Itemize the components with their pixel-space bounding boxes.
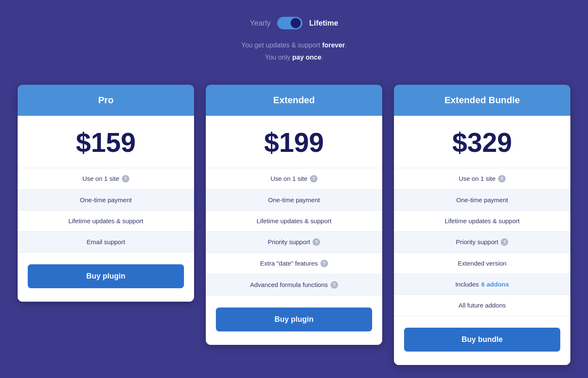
card-body-extended-bundle: $329Use on 1 site?One-time paymentLifeti… xyxy=(394,116,570,365)
feature-row-extended-5: Advanced formula functions? xyxy=(206,274,382,296)
toggle-knob xyxy=(291,18,301,28)
pricing-cards-container: Pro$159Use on 1 site?One-time paymentLif… xyxy=(17,85,571,365)
card-title-pro: Pro xyxy=(26,95,186,106)
buy-button-pro[interactable]: Buy plugin xyxy=(28,264,184,288)
feature-text-extended-1: One-time payment xyxy=(268,196,320,203)
subtitle-line1-pre: You get updates & support xyxy=(241,42,322,49)
feature-text-extended-2: Lifetime updates & support xyxy=(257,217,331,224)
buy-button-extended-bundle[interactable]: Buy bundle xyxy=(404,328,560,352)
subtitle-line1-post: . xyxy=(345,42,346,49)
price-section-extended: $199 xyxy=(206,116,382,168)
addons-highlight-extended-bundle: 6 addons xyxy=(481,281,509,288)
subtitle-line2-pre: You only xyxy=(265,54,292,61)
feature-text-pro-2: Lifetime updates & support xyxy=(68,217,143,224)
question-icon-extended-bundle-0[interactable]: ? xyxy=(498,175,506,182)
question-icon-extended-4[interactable]: ? xyxy=(320,260,328,267)
feature-row-extended-bundle-4: Extended version xyxy=(394,253,570,274)
question-icon-pro-0[interactable]: ? xyxy=(122,175,129,182)
price-amount-pro: $159 xyxy=(26,129,186,156)
feature-text-extended-bundle-0: Use on 1 site xyxy=(459,175,496,182)
price-section-extended-bundle: $329 xyxy=(394,116,570,168)
card-header-pro: Pro xyxy=(18,85,194,116)
price-amount-extended: $199 xyxy=(214,129,374,156)
feature-row-extended-2: Lifetime updates & support xyxy=(206,211,382,232)
price-amount-extended-bundle: $329 xyxy=(402,129,562,156)
feature-row-pro-3: Email support xyxy=(18,232,194,253)
pricing-card-extended-bundle: Extended Bundle$329Use on 1 site?One-tim… xyxy=(394,85,570,365)
billing-subtitle: You get updates & support forever. You o… xyxy=(241,39,346,64)
billing-toggle[interactable] xyxy=(277,17,302,29)
card-footer-pro: Buy plugin xyxy=(18,253,194,302)
feature-text-extended-bundle-2: Lifetime updates & support xyxy=(445,217,520,224)
feature-row-extended-0: Use on 1 site? xyxy=(206,168,382,190)
feature-text-extended-bundle-1: One-time payment xyxy=(456,196,508,203)
card-title-extended-bundle: Extended Bundle xyxy=(402,95,562,106)
feature-row-extended-bundle-1: One-time payment xyxy=(394,190,570,211)
pricing-card-pro: Pro$159Use on 1 site?One-time paymentLif… xyxy=(18,85,194,302)
price-section-pro: $159 xyxy=(18,116,194,168)
feature-row-extended-bundle-3: Priority support? xyxy=(394,232,570,253)
feature-text-extended-bundle-3: Priority support xyxy=(456,238,499,245)
question-icon-extended-3[interactable]: ? xyxy=(312,238,320,246)
subtitle-line1-bold: forever xyxy=(322,42,345,49)
card-title-extended: Extended xyxy=(214,95,374,106)
billing-toggle-section: Yearly Lifetime xyxy=(250,17,338,29)
feature-text-extended-bundle-6: All future addons xyxy=(459,302,506,309)
feature-text-pro-1: One-time payment xyxy=(80,196,131,203)
subtitle-line1: You get updates & support forever. xyxy=(241,39,346,52)
feature-row-extended-bundle-0: Use on 1 site? xyxy=(394,168,570,190)
feature-text-pro-0: Use on 1 site xyxy=(82,175,119,182)
question-icon-extended-0[interactable]: ? xyxy=(310,175,318,182)
feature-text-extended-4: Extra "date" features xyxy=(260,260,318,267)
yearly-label: Yearly xyxy=(250,19,270,28)
feature-text-extended-0: Use on 1 site xyxy=(270,175,307,182)
card-body-extended: $199Use on 1 site?One-time paymentLifeti… xyxy=(206,116,382,345)
subtitle-line2: You only pay once. xyxy=(241,52,346,64)
subtitle-line2-bold: pay once xyxy=(292,54,321,61)
feature-row-extended-bundle-2: Lifetime updates & support xyxy=(394,211,570,232)
feature-text-extended-5: Advanced formula functions xyxy=(250,281,328,288)
buy-button-extended[interactable]: Buy plugin xyxy=(216,308,372,331)
question-icon-extended-bundle-3[interactable]: ? xyxy=(501,238,508,246)
pricing-card-extended: Extended$199Use on 1 site?One-time payme… xyxy=(206,85,382,345)
card-footer-extended: Buy plugin xyxy=(206,296,382,345)
feature-row-extended-bundle-6: All future addons xyxy=(394,295,570,316)
card-header-extended: Extended xyxy=(206,85,382,116)
feature-row-extended-bundle-5: Includes 6 addons xyxy=(394,274,570,295)
feature-row-pro-1: One-time payment xyxy=(18,190,194,211)
question-icon-extended-5[interactable]: ? xyxy=(331,281,338,289)
feature-row-extended-4: Extra "date" features? xyxy=(206,253,382,274)
subtitle-line2-post: . xyxy=(321,54,323,61)
lifetime-label: Lifetime xyxy=(309,19,338,28)
feature-row-pro-2: Lifetime updates & support xyxy=(18,211,194,232)
feature-text-extended-3: Priority support xyxy=(268,238,310,245)
feature-row-extended-3: Priority support? xyxy=(206,232,382,253)
card-body-pro: $159Use on 1 site?One-time paymentLifeti… xyxy=(18,116,194,302)
feature-row-pro-0: Use on 1 site? xyxy=(18,168,194,190)
feature-text-extended-bundle-4: Extended version xyxy=(458,260,507,267)
feature-text-pro-3: Email support xyxy=(87,238,125,245)
feature-row-extended-1: One-time payment xyxy=(206,190,382,211)
card-footer-extended-bundle: Buy bundle xyxy=(394,316,570,365)
feature-text-extended-bundle-5: Includes xyxy=(455,281,479,288)
card-header-extended-bundle: Extended Bundle xyxy=(394,85,570,116)
